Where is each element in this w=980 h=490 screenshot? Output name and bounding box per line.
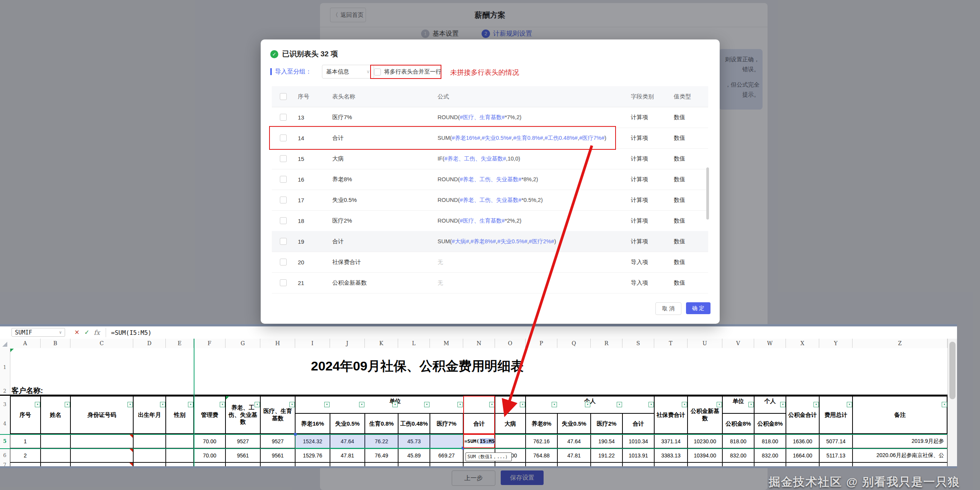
column-header-W[interactable]: W (754, 339, 786, 348)
headers-table-row-20[interactable]: 20社保费合计无导入项数值 (272, 252, 708, 273)
header-M[interactable]: 医疗7% (430, 413, 463, 434)
header-B[interactable]: 姓名 (41, 396, 70, 434)
cell-R7[interactable] (591, 462, 622, 466)
filter-dropdown-T[interactable]: ▾ (682, 402, 687, 407)
filter-dropdown-I[interactable]: ▾ (324, 402, 330, 407)
cell-D7[interactable] (133, 462, 166, 466)
cell-U6[interactable]: 10394.00 (688, 448, 722, 462)
cell-B6[interactable] (41, 448, 70, 462)
cell-P7[interactable] (526, 462, 557, 466)
header-I[interactable]: 养老16% (295, 413, 330, 434)
column-header-Z[interactable]: Z (853, 339, 947, 348)
header-G[interactable]: 养老、工伤、失业基数 (225, 396, 260, 434)
header-O[interactable]: 大病 (495, 413, 526, 434)
header-Q[interactable]: 失业0.5% (557, 413, 591, 434)
row-checkbox[interactable] (280, 93, 287, 100)
cell-M6[interactable]: 669.27 (430, 448, 463, 462)
fx-icon[interactable]: fx (93, 329, 101, 336)
cell-U7[interactable] (688, 462, 722, 466)
sheet-scrollbar[interactable] (947, 339, 957, 466)
headers-table-row-17[interactable]: 17失业0.5%ROUND(#养老、工伤、失业基数#*0.5%,2)计算项数值 (272, 190, 708, 211)
headers-table-row-13[interactable]: 13医疗7%ROUND(#医疗、生育基数#*7%,2)计算项数值 (272, 107, 708, 128)
row-number-3[interactable]: 3 (0, 402, 10, 407)
cell-P6[interactable]: 764.88 (526, 448, 557, 462)
cell-name-box[interactable]: SUMIF ∨ (11, 328, 65, 337)
cell-X7[interactable] (786, 462, 819, 466)
headers-table-row-19[interactable]: 19合计SUM(#大病#,#养老8%#,#失业0.5%#,#医疗2%#)计算项数… (272, 231, 708, 252)
cell-X5[interactable]: 1636.00 (786, 434, 819, 448)
column-header-M[interactable]: M (430, 339, 463, 348)
filter-dropdown-H[interactable]: ▾ (289, 402, 295, 407)
header-P[interactable]: 养老8% (526, 413, 557, 434)
column-header-P[interactable]: P (526, 339, 557, 348)
cell-P5[interactable]: 762.16 (526, 434, 557, 448)
header-J[interactable]: 失业0.5% (330, 413, 365, 434)
cell-C6[interactable] (70, 448, 133, 462)
row-number-4[interactable]: 4 (0, 421, 10, 426)
header-T[interactable]: 社保费合计 (654, 396, 688, 434)
cell-B7[interactable] (41, 462, 70, 466)
column-header-I[interactable]: I (295, 339, 330, 348)
header-Z[interactable]: 备注 (853, 396, 947, 434)
cell-Y7[interactable] (819, 462, 853, 466)
row-number-6[interactable]: 6 (0, 452, 10, 458)
cell-G5[interactable]: 9527 (225, 434, 260, 448)
cell-B5[interactable] (41, 434, 70, 448)
cell-V6[interactable]: 832.00 (722, 448, 754, 462)
cell-H5[interactable]: 9527 (260, 434, 295, 448)
cell-S7[interactable] (622, 462, 654, 466)
confirm-button[interactable]: 确 定 (686, 302, 710, 314)
row-checkbox[interactable] (280, 197, 287, 203)
filter-dropdown-L[interactable]: ▾ (424, 402, 430, 407)
cell-C7[interactable] (70, 462, 133, 466)
group-select[interactable]: 基本信息 ∨ (322, 65, 374, 79)
header-L[interactable]: 工伤0.48% (398, 413, 430, 434)
cell-K6[interactable]: 76.49 (365, 448, 398, 462)
cell-H7[interactable] (260, 462, 295, 466)
filter-dropdown-M[interactable]: ▾ (457, 402, 463, 407)
cell-A7[interactable] (10, 462, 41, 466)
header-E[interactable]: 性别 (166, 396, 194, 434)
cell-E6[interactable] (166, 448, 194, 462)
selection-handle[interactable] (294, 433, 297, 436)
cell-Q6[interactable]: 47.81 (557, 448, 591, 462)
column-header-J[interactable]: J (330, 339, 365, 348)
header-S[interactable]: 合计 (622, 413, 654, 434)
sheet-scrollbar-thumb[interactable] (949, 342, 956, 399)
cell-D5[interactable] (133, 434, 166, 448)
cell-I7[interactable] (295, 462, 330, 466)
header-A[interactable]: 序号 (10, 396, 41, 434)
cell-T7[interactable] (654, 462, 688, 466)
filter-dropdown-R[interactable]: ▾ (617, 402, 622, 407)
cancel-button[interactable]: 取 消 (655, 302, 681, 315)
cell-G7[interactable] (225, 462, 260, 466)
header-D[interactable]: 出生年月 (133, 396, 166, 434)
row-checkbox[interactable] (280, 238, 287, 245)
cell-M7[interactable] (430, 462, 463, 466)
filter-dropdown-C[interactable]: ▾ (127, 402, 133, 407)
column-header-Y[interactable]: Y (819, 339, 853, 348)
filter-dropdown-J[interactable]: ▾ (359, 402, 364, 407)
cell-H6[interactable]: 9561 (260, 448, 295, 462)
cell-L6[interactable]: 45.89 (398, 448, 430, 462)
cell-Z7[interactable] (853, 462, 947, 466)
filter-dropdown-V[interactable]: ▾ (748, 402, 754, 407)
filter-dropdown-Z[interactable]: ▾ (942, 402, 947, 407)
cell-R5[interactable]: 190.54 (591, 434, 622, 448)
row-checkbox[interactable] (280, 155, 287, 162)
cell-J6[interactable]: 47.81 (330, 448, 365, 462)
cell-E7[interactable] (166, 462, 194, 466)
filter-dropdown-U[interactable]: ▾ (717, 402, 722, 407)
cell-L7[interactable] (398, 462, 430, 466)
cell-F6[interactable]: 70.00 (194, 448, 225, 462)
headers-table-row-18[interactable]: 18医疗2%ROUND(#医疗、生育基数#*2%,2)计算项数值 (272, 210, 708, 231)
column-header-E[interactable]: E (166, 339, 194, 348)
cell-V5[interactable]: 818.00 (722, 434, 754, 448)
filter-dropdown-G[interactable]: ▾ (255, 402, 260, 407)
filter-dropdown-X[interactable]: ▾ (813, 402, 819, 407)
row-checkbox[interactable] (280, 217, 287, 224)
cell-F5[interactable]: 70.00 (194, 434, 225, 448)
column-header-G[interactable]: G (225, 339, 260, 348)
column-header-A[interactable]: A (10, 339, 41, 348)
cell-K7[interactable] (365, 462, 398, 466)
